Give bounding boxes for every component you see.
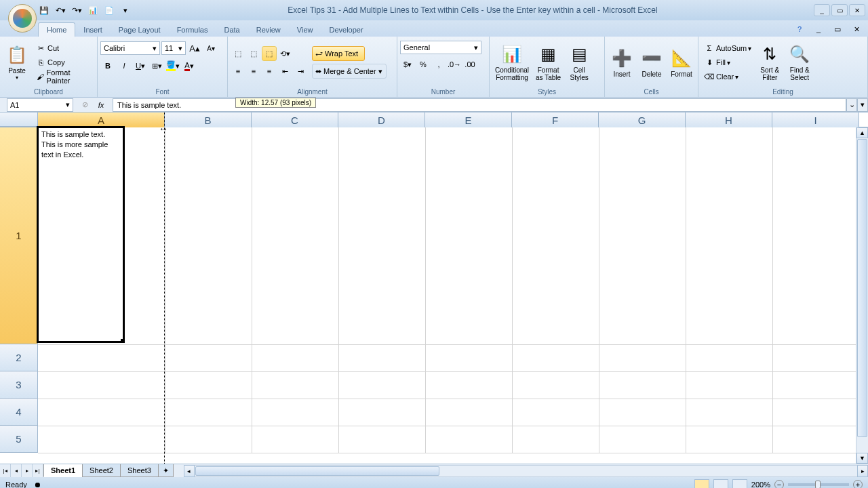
qat-icon-2[interactable]: 📄 [103,4,115,16]
insert-cells-button[interactable]: ➕Insert [608,46,636,79]
qat-customize-icon[interactable]: ▾ [119,4,132,16]
row-header-1[interactable]: 1 [0,127,38,344]
align-left-icon[interactable]: ≡ [231,64,245,79]
zoom-slider[interactable] [788,483,849,486]
shrink-font-icon[interactable]: A▾ [203,41,218,56]
vscroll-thumb[interactable] [857,139,867,437]
row-header-5[interactable]: 5 [0,426,38,453]
last-sheet-icon[interactable]: ▸| [33,464,43,477]
column-header-B[interactable]: B [165,113,252,127]
sheet-tab-3[interactable]: Sheet3 [120,464,159,477]
font-size-select[interactable]: 11▾ [161,41,186,55]
align-right-icon[interactable]: ≡ [262,64,277,79]
wrap-text-button[interactable]: ⮐Wrap Text [312,46,365,61]
new-sheet-button[interactable]: ✦ [158,464,174,477]
zoom-slider-thumb[interactable] [815,481,821,488]
office-button[interactable] [8,4,37,33]
column-header-D[interactable]: D [338,113,425,127]
row-header-2[interactable]: 2 [0,344,38,371]
sheet-tab-2[interactable]: Sheet2 [82,464,121,477]
macro-record-icon[interactable]: ⏺ [34,481,41,488]
format-cells-button[interactable]: 📐Format [667,46,696,79]
scroll-left-icon[interactable]: ◂ [184,465,195,477]
save-icon[interactable]: 💾 [38,4,50,16]
help-icon[interactable]: ? [792,22,807,37]
cell-a1[interactable]: This is sample text. This is more sample… [37,126,125,343]
percent-icon[interactable]: % [416,57,431,72]
first-sheet-icon[interactable]: |◂ [0,464,11,477]
italic-button[interactable]: I [117,58,132,73]
cancel-formula-icon[interactable]: ⊘ [77,98,92,113]
increase-indent-icon[interactable]: ⇥ [293,64,308,79]
vertical-scrollbar[interactable]: ▲ ▼ [856,127,868,464]
column-header-C[interactable]: C [252,113,338,127]
column-header-I[interactable]: I [772,113,859,127]
close-button[interactable]: ✕ [849,4,865,16]
decrease-decimal-icon[interactable]: .00 [462,57,477,72]
cut-button[interactable]: ✂Cut [33,41,94,55]
next-sheet-icon[interactable]: ▸ [22,464,33,477]
decrease-indent-icon[interactable]: ⇤ [277,64,292,79]
column-header-G[interactable]: G [599,113,686,127]
align-top-icon[interactable]: ⬚ [231,46,245,61]
page-break-view-icon[interactable] [732,479,747,488]
cell-styles-button[interactable]: ▤Cell Styles [565,42,593,83]
tab-formulas[interactable]: Formulas [169,23,216,37]
align-middle-icon[interactable]: ⬚ [246,46,261,61]
prev-sheet-icon[interactable]: ◂ [11,464,22,477]
orientation-icon[interactable]: ⟲▾ [277,46,292,61]
tab-developer[interactable]: Developer [321,23,371,37]
font-name-select[interactable]: Calibri▾ [100,41,160,55]
delete-cells-button[interactable]: ➖Delete [637,46,666,79]
underline-button[interactable]: U▾ [133,58,148,73]
tab-page-layout[interactable]: Page Layout [111,23,169,37]
tab-view[interactable]: View [289,23,321,37]
conditional-formatting-button[interactable]: 📊Conditional Formatting [492,42,532,83]
zoom-out-icon[interactable]: − [774,480,784,488]
tab-home[interactable]: Home [38,22,75,37]
horizontal-scrollbar[interactable]: ◂ ▸ [184,464,868,477]
name-box[interactable]: A1▾ [7,98,73,112]
copy-button[interactable]: ⎘Copy [33,56,94,69]
zoom-level[interactable]: 200% [751,481,770,488]
find-select-button[interactable]: 🔍Find & Select [785,42,814,83]
comma-icon[interactable]: , [431,57,446,72]
fill-color-button[interactable]: 🪣▾ [165,58,180,73]
page-layout-view-icon[interactable] [713,479,728,488]
scroll-down-icon[interactable]: ▼ [856,453,868,464]
sheet-tab-1[interactable]: Sheet1 [43,464,83,477]
column-header-H[interactable]: H [686,113,772,127]
maximize-button[interactable]: ▭ [831,4,848,16]
expand-formula-bar-icon[interactable]: ⌄ [846,98,857,112]
column-header-A[interactable]: A [38,113,165,127]
merge-center-button[interactable]: ⬌Merge & Center▾ [312,64,387,79]
undo-icon[interactable]: ↶▾ [54,4,66,16]
format-painter-button[interactable]: 🖌Format Painter [33,70,94,83]
minimize-ribbon-icon[interactable]: _ [811,22,826,37]
sort-filter-button[interactable]: ⇅Sort & Filter [755,42,784,83]
scroll-up-icon[interactable]: ▲ [856,127,868,138]
scroll-right-icon[interactable]: ▸ [857,465,868,477]
increase-decimal-icon[interactable]: .0→ [447,57,462,72]
cells-area[interactable]: This is sample text. This is more sample… [38,127,868,453]
row-header-3[interactable]: 3 [0,371,38,399]
tab-review[interactable]: Review [248,23,289,37]
redo-icon[interactable]: ↷▾ [71,4,83,16]
qat-icon[interactable]: 📊 [87,4,99,16]
tab-insert[interactable]: Insert [75,23,111,37]
bold-button[interactable]: B [100,58,115,73]
align-bottom-icon[interactable]: ⬚ [262,46,277,61]
number-format-select[interactable]: General▾ [400,41,481,54]
currency-icon[interactable]: $▾ [400,57,415,72]
column-header-E[interactable]: E [425,113,512,127]
restore-window-icon[interactable]: ▭ [830,22,845,37]
autosum-button[interactable]: ΣAutoSum ▾ [701,41,754,55]
close-workbook-icon[interactable]: ✕ [849,22,864,37]
align-center-icon[interactable]: ≡ [246,64,261,79]
font-color-button[interactable]: A▾ [182,58,197,73]
fill-button[interactable]: ⬇Fill ▾ [701,56,754,69]
row-header-4[interactable]: 4 [0,399,38,426]
zoom-in-icon[interactable]: + [853,480,863,488]
normal-view-icon[interactable] [694,479,709,488]
fill-handle[interactable] [121,339,125,343]
